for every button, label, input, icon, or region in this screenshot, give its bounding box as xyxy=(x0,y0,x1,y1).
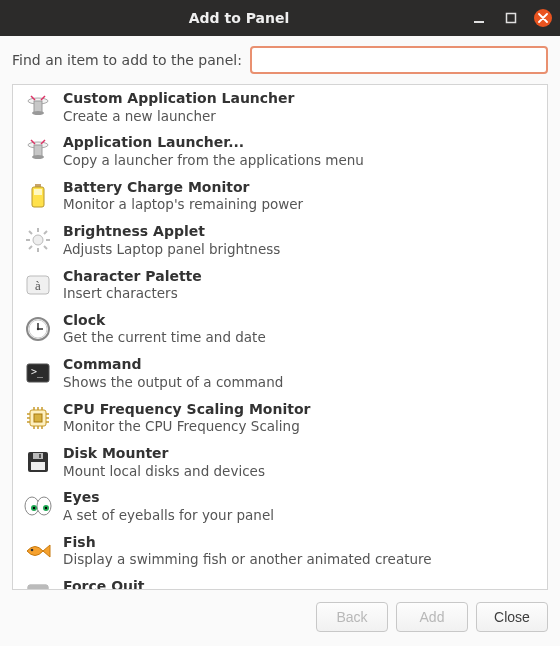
eyes-icon xyxy=(23,491,53,521)
list-item-desc: Display a swimming fish or another anima… xyxy=(63,551,537,568)
list-item[interactable]: ClockGet the current time and date xyxy=(13,307,547,351)
list-item-name: Disk Mounter xyxy=(63,445,537,463)
list-item[interactable]: Application Launcher...Copy a launcher f… xyxy=(13,129,547,173)
list-item[interactable]: >_CommandShows the output of a command xyxy=(13,351,547,395)
search-label: Find an item to add to the panel: xyxy=(12,52,242,68)
list-item-text: Force QuitForce a misbehaving applicatio… xyxy=(63,578,537,590)
list-item[interactable]: Battery Charge MonitorMonitor a laptop's… xyxy=(13,174,547,218)
floppy-icon xyxy=(23,447,53,477)
cpu-icon xyxy=(23,403,53,433)
svg-line-19 xyxy=(29,246,32,249)
svg-rect-45 xyxy=(39,454,41,458)
svg-rect-44 xyxy=(33,453,43,459)
list-item-desc: Adjusts Laptop panel brightness xyxy=(63,241,537,258)
list-item-name: CPU Frequency Scaling Monitor xyxy=(63,401,537,419)
clock-icon xyxy=(23,314,53,344)
list-item-name: Application Launcher... xyxy=(63,134,537,152)
svg-point-7 xyxy=(32,155,44,159)
list-item[interactable]: FishDisplay a swimming fish or another a… xyxy=(13,529,547,573)
svg-point-53 xyxy=(31,548,34,551)
list-item-desc: Insert characters xyxy=(63,285,537,302)
character-icon: à xyxy=(23,270,53,300)
list-item-text: FishDisplay a swimming fish or another a… xyxy=(63,534,537,568)
button-bar: Back Add Close xyxy=(0,592,560,646)
svg-text:à: à xyxy=(35,278,41,293)
list-item[interactable]: Custom Application LauncherCreate a new … xyxy=(13,85,547,129)
titlebar: Add to Panel xyxy=(0,0,560,36)
list-item-desc: Copy a launcher from the applications me… xyxy=(63,152,537,169)
list-item-name: Fish xyxy=(63,534,537,552)
list-item-name: Eyes xyxy=(63,489,537,507)
list-item-desc: Shows the output of a command xyxy=(63,374,537,391)
svg-rect-10 xyxy=(34,189,42,195)
list-item-name: Force Quit xyxy=(63,578,537,590)
list-item-text: Custom Application LauncherCreate a new … xyxy=(63,90,537,124)
applet-list[interactable]: Custom Application LauncherCreate a new … xyxy=(12,84,548,590)
list-item-text: CPU Frequency Scaling MonitorMonitor the… xyxy=(63,401,537,435)
list-item-text: CommandShows the output of a command xyxy=(63,356,537,390)
svg-rect-30 xyxy=(34,414,42,422)
list-item-text: ClockGet the current time and date xyxy=(63,312,537,346)
list-item-desc: A set of eyeballs for your panel xyxy=(63,507,537,524)
svg-point-51 xyxy=(33,507,35,509)
window-title: Add to Panel xyxy=(8,10,470,26)
back-button[interactable]: Back xyxy=(316,602,388,632)
svg-point-11 xyxy=(33,235,43,245)
list-item-desc: Monitor a laptop's remaining power xyxy=(63,196,537,213)
fish-icon xyxy=(23,536,53,566)
svg-rect-55 xyxy=(28,585,48,590)
terminal-icon: >_ xyxy=(23,358,53,388)
svg-rect-0 xyxy=(474,21,484,23)
list-item[interactable]: Disk MounterMount local disks and device… xyxy=(13,440,547,484)
list-item-desc: Create a new launcher xyxy=(63,108,537,125)
brightness-icon xyxy=(23,225,53,255)
list-item-text: Battery Charge MonitorMonitor a laptop's… xyxy=(63,179,537,213)
svg-point-4 xyxy=(32,111,44,115)
close-window-button[interactable] xyxy=(534,9,552,27)
search-input[interactable] xyxy=(250,46,548,74)
svg-point-26 xyxy=(37,328,39,330)
maximize-button[interactable] xyxy=(502,9,520,27)
battery-icon xyxy=(23,181,53,211)
svg-line-18 xyxy=(44,231,47,234)
list-item-text: Application Launcher...Copy a launcher f… xyxy=(63,134,537,168)
launcher-icon xyxy=(23,136,53,166)
list-item[interactable]: EyesA set of eyeballs for your panel xyxy=(13,484,547,528)
list-item-name: Battery Charge Monitor xyxy=(63,179,537,197)
minimize-button[interactable] xyxy=(470,9,488,27)
list-item-text: Brightness AppletAdjusts Laptop panel br… xyxy=(63,223,537,257)
list-item-desc: Mount local disks and devices xyxy=(63,463,537,480)
list-item[interactable]: àCharacter PaletteInsert characters xyxy=(13,263,547,307)
svg-line-16 xyxy=(29,231,32,234)
svg-rect-1 xyxy=(507,14,516,23)
list-item[interactable]: Brightness AppletAdjusts Laptop panel br… xyxy=(13,218,547,262)
window-controls xyxy=(470,9,552,27)
close-button[interactable]: Close xyxy=(476,602,548,632)
list-item-text: Character PaletteInsert characters xyxy=(63,268,537,302)
svg-text:>_: >_ xyxy=(31,366,44,378)
svg-point-52 xyxy=(45,507,47,509)
list-item-text: EyesA set of eyeballs for your panel xyxy=(63,489,537,523)
list-item-desc: Get the current time and date xyxy=(63,329,537,346)
search-row: Find an item to add to the panel: xyxy=(0,36,560,84)
svg-rect-46 xyxy=(31,462,45,470)
list-item-name: Clock xyxy=(63,312,537,330)
list-item[interactable]: Force QuitForce a misbehaving applicatio… xyxy=(13,573,547,590)
svg-line-17 xyxy=(44,246,47,249)
list-item-desc: Monitor the CPU Frequency Scaling xyxy=(63,418,537,435)
list-item-name: Custom Application Launcher xyxy=(63,90,537,108)
list-item-text: Disk MounterMount local disks and device… xyxy=(63,445,537,479)
list-item-name: Brightness Applet xyxy=(63,223,537,241)
forcequit-icon xyxy=(23,580,53,590)
list-item-name: Command xyxy=(63,356,537,374)
list-item-name: Character Palette xyxy=(63,268,537,286)
add-button[interactable]: Add xyxy=(396,602,468,632)
list-item[interactable]: CPU Frequency Scaling MonitorMonitor the… xyxy=(13,396,547,440)
launcher-icon xyxy=(23,92,53,122)
